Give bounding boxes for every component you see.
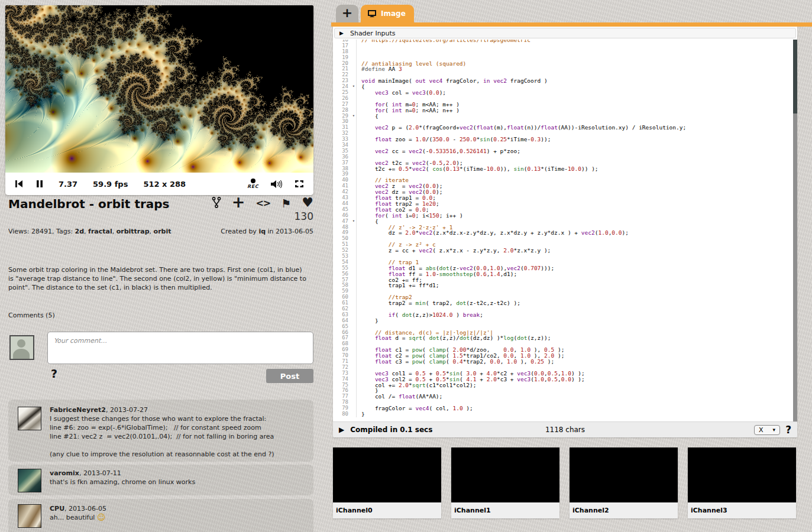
flag-button[interactable]: ⚑: [281, 198, 291, 209]
ichannel2-label: iChannel2: [570, 502, 678, 518]
fullscreen-button[interactable]: [295, 180, 304, 188]
monitor-icon: [368, 10, 376, 17]
tag-link[interactable]: orbit: [154, 228, 172, 235]
tab-image[interactable]: Image: [361, 5, 414, 22]
shader-actions: + <> ⚑ ♥: [212, 197, 313, 210]
channel-slots: iChannel0 iChannel1 iChannel2 iChannel3: [333, 447, 796, 518]
smiley-icon: ☺: [97, 512, 106, 522]
compile-status-toggle[interactable]: ▶: [339, 426, 344, 434]
comment-date: , 2013-07-11: [79, 469, 121, 477]
record-dot-icon: [251, 179, 255, 183]
tag-link[interactable]: fractal: [88, 228, 112, 235]
comment-help-link[interactable]: ?: [51, 367, 57, 380]
record-label: REC: [247, 184, 258, 189]
ichannel0-label: iChannel0: [333, 502, 441, 518]
ichannel0-preview: [333, 447, 441, 502]
like-button[interactable]: ♥: [302, 196, 313, 209]
comment-text: that's is fkn amazing, chrome on linux w…: [50, 478, 306, 486]
avatar-body: [13, 349, 30, 360]
ichannel0-slot[interactable]: iChannel0: [333, 447, 441, 518]
triangle-right-icon: ▶: [339, 30, 344, 36]
editor-footer: ▶ Compiled in 0.1 secs 1118 chars X ▾ ?: [333, 421, 797, 437]
commenter-name[interactable]: FabriceNeyret2: [50, 406, 106, 414]
post-button[interactable]: Post: [266, 369, 313, 383]
record-button[interactable]: REC: [247, 179, 258, 189]
editor-column: + Image ▶ Shader Inputs 16// https://iqu…: [331, 0, 812, 532]
ichannel1-preview: [451, 447, 559, 502]
comment-form: ? Post: [8, 332, 313, 391]
editor-scrollbar-thumb[interactable]: [793, 40, 797, 113]
commenter-avatar: [18, 469, 41, 492]
fold-marker-icon[interactable]: ▾: [352, 113, 355, 119]
comment-text: ah... beautiful ☺: [50, 513, 306, 522]
player-fps: 59.9 fps: [93, 180, 128, 189]
comment: CPU, 2013-06-05 ah... beautiful ☺: [8, 499, 313, 532]
export-select[interactable]: X ▾: [754, 425, 780, 435]
export-select-value: X: [759, 426, 764, 434]
ichannel1-slot[interactable]: iChannel1: [451, 447, 559, 518]
created-by: Created by iq in 2013-06-05: [221, 228, 313, 235]
shader-preview-canvas[interactable]: [5, 5, 313, 173]
comment-input[interactable]: [47, 332, 313, 364]
tag-link[interactable]: orbittrap: [117, 228, 150, 235]
ichannel3-preview: [688, 447, 796, 502]
fold-marker-icon[interactable]: ▾: [352, 219, 355, 225]
add-button[interactable]: +: [232, 194, 245, 210]
shader-description: Some orbit trap coloring in the Maldebro…: [8, 265, 308, 292]
ichannel3-slot[interactable]: iChannel3: [688, 447, 796, 518]
commenter-name[interactable]: varomix: [50, 469, 79, 477]
comment-date: , 2013-07-27: [106, 406, 148, 414]
shader-inputs-toggle[interactable]: ▶ Shader Inputs: [334, 28, 796, 38]
avatar: [9, 335, 34, 360]
editor-scrollbar[interactable]: [793, 40, 797, 422]
embed-button[interactable]: <>: [255, 199, 270, 208]
page-title: Mandelbrot - orbit traps: [8, 197, 170, 211]
tags-list: 2d, fractal, orbittrap, orbit: [75, 228, 172, 235]
player-time[interactable]: 7.37: [59, 180, 77, 189]
new-tab-button[interactable]: +: [336, 5, 358, 22]
player-controls: 7.37 59.9 fps 512 x 288 REC: [5, 173, 313, 195]
code-lines[interactable]: 16// https://iquilezles.org/articles/ftr…: [333, 40, 792, 417]
views-label: Views: 28491, Tags:: [8, 228, 75, 235]
shader-inputs-label: Shader Inputs: [350, 30, 396, 37]
rewind-button[interactable]: [15, 180, 23, 188]
commenter-avatar: [18, 407, 41, 430]
active-tab-underline: [331, 22, 812, 27]
comment-text: I suggest these changes for those who wa…: [50, 414, 306, 459]
ichannel1-label: iChannel1: [451, 502, 559, 518]
comment: FabriceNeyret2, 2013-07-27 I suggest the…: [8, 400, 313, 462]
fold-marker-icon[interactable]: ▾: [352, 84, 355, 90]
compile-status: Compiled in 0.1 secs: [350, 426, 432, 434]
shader-player: 7.37 59.9 fps 512 x 288 REC: [5, 5, 313, 195]
code-viewport: 16// https://iquilezles.org/articles/ftr…: [333, 40, 792, 422]
author-link[interactable]: iq: [258, 228, 266, 235]
ichannel2-preview: [570, 447, 678, 502]
fork-icon: [212, 197, 221, 208]
chevron-down-icon: ▾: [773, 427, 776, 433]
tab-image-label: Image: [381, 9, 406, 18]
pause-button[interactable]: [36, 180, 43, 188]
comment-date: , 2013-06-05: [64, 505, 106, 512]
fork-button[interactable]: [212, 197, 221, 210]
ichannel3-label: iChannel3: [688, 502, 796, 518]
ichannel2-slot[interactable]: iChannel2: [570, 447, 678, 518]
comments-header: Comments (5): [8, 312, 55, 319]
avatar-head: [17, 339, 25, 348]
editor-help-button[interactable]: ?: [785, 424, 791, 436]
shader-info-column: 7.37 59.9 fps 512 x 288 REC: [0, 0, 324, 532]
player-resolution: 512 x 288: [143, 180, 186, 189]
comment: varomix, 2013-07-11 that's is fkn amazin…: [8, 465, 313, 495]
code-editor: ▶ Shader Inputs 16// https://iquilezles.…: [333, 27, 797, 437]
commenter-name[interactable]: CPU: [50, 505, 64, 512]
views-and-tags: Views: 28491, Tags: 2d, fractal, orbittr…: [8, 228, 171, 235]
likes-count: 130: [8, 210, 313, 222]
commenter-avatar: [18, 504, 41, 528]
volume-button[interactable]: [270, 179, 283, 189]
tag-link[interactable]: 2d: [75, 228, 85, 235]
